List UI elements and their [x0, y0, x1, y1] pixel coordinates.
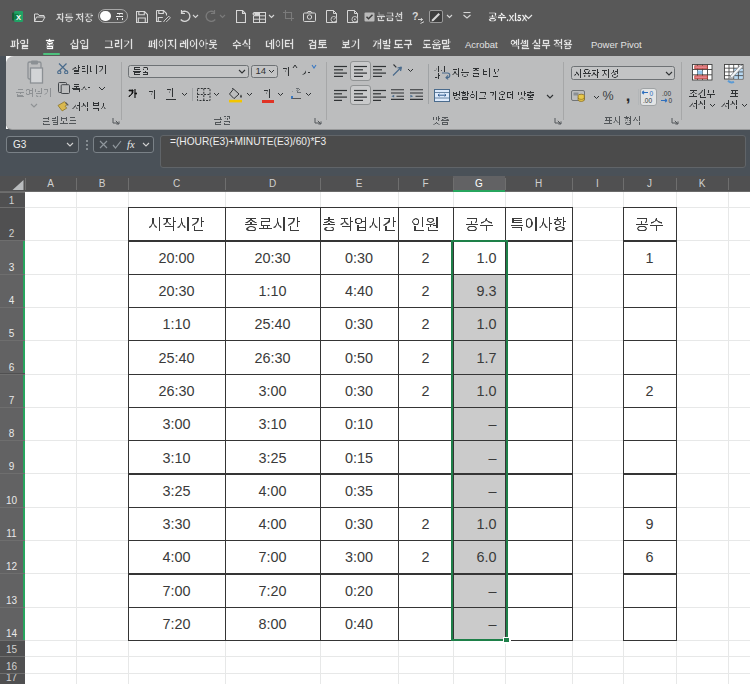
svg-text:.00: .00: [643, 97, 652, 104]
svg-text:0: 0: [650, 90, 654, 97]
svg-text:X: X: [16, 13, 21, 22]
svg-text:0: 0: [669, 97, 673, 104]
svg-text:.00: .00: [662, 90, 671, 97]
